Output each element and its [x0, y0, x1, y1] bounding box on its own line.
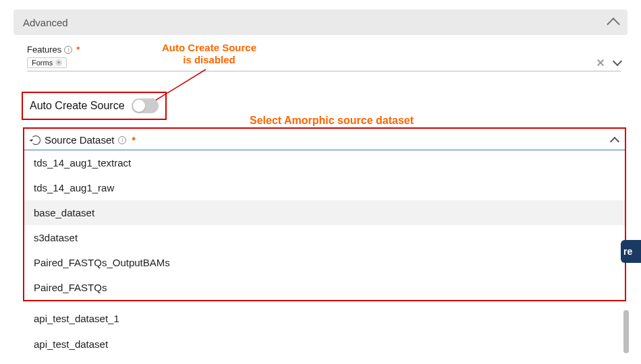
chevron-up-icon [607, 18, 620, 31]
auto-create-source-toggle[interactable] [132, 98, 159, 113]
toggle-knob [133, 100, 145, 112]
auto-create-source-row: Auto Create Source [22, 92, 167, 120]
info-icon[interactable]: i [118, 136, 126, 144]
clear-icon[interactable] [596, 59, 605, 67]
features-multiselect[interactable]: Forms × [27, 57, 621, 71]
annotation-select-source: Select Amorphic source dataset [250, 115, 414, 127]
side-tab[interactable]: re [621, 240, 641, 263]
source-dataset-option[interactable]: tds_14_aug1_textract [24, 150, 625, 175]
feature-chip-forms[interactable]: Forms × [27, 57, 67, 68]
source-dataset-option[interactable]: Paired_FASTQs [24, 275, 625, 300]
info-icon[interactable]: i [64, 46, 72, 54]
required-star: * [76, 44, 80, 55]
source-dataset-option[interactable]: tds_14_aug1_raw [24, 175, 625, 200]
refresh-icon[interactable] [31, 135, 40, 145]
scrollbar[interactable] [623, 310, 629, 353]
source-dataset-label: Source Dataset [45, 134, 114, 146]
required-star: * [132, 135, 135, 146]
auto-create-source-label: Auto Create Source [30, 100, 125, 112]
source-dataset-dropdown: Source Dataset i * tds_14_aug1_textractt… [23, 127, 626, 301]
features-field: Features i * Forms × [27, 44, 621, 71]
source-dataset-option[interactable]: s3dataset [24, 225, 625, 250]
source-dataset-option[interactable]: base_dataset [24, 200, 625, 225]
chevron-down-icon[interactable] [613, 57, 622, 66]
source-dataset-options: tds_14_aug1_textracttds_14_aug1_rawbase_… [24, 150, 625, 300]
advanced-label: Advanced [23, 17, 68, 28]
source-dataset-option[interactable]: Paired_FASTQs_OutputBAMs [24, 250, 625, 275]
source-dataset-option[interactable]: api_test_dataset [24, 331, 625, 357]
source-dataset-options-overflow: api_test_dataset_1api_test_dataset [24, 305, 625, 357]
features-label: Features i * [27, 44, 621, 55]
source-dataset-header[interactable]: Source Dataset i * [24, 129, 625, 150]
source-dataset-option[interactable]: api_test_dataset_1 [24, 305, 625, 331]
annotation-auto-create-disabled: Auto Create Source is disabled [162, 42, 256, 66]
close-icon[interactable]: × [55, 59, 62, 66]
advanced-panel-header[interactable]: Advanced [13, 9, 628, 35]
chevron-up-icon[interactable] [610, 136, 619, 146]
